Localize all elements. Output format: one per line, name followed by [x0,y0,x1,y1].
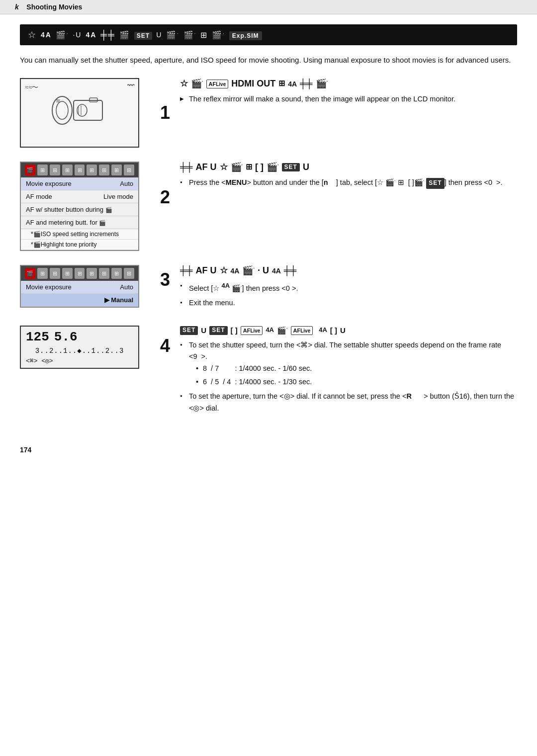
header-k-label: k [15,3,19,11]
icon-strip-grid: ⊞ [200,30,208,40]
step-3-bullet-2: Exit the menu. [180,297,517,309]
step4-bracket: [ ] [231,326,238,336]
svg-rect-3 [74,100,102,120]
step4-sub-2: 6 / 5 / 4 : 1/4000 sec. - 1/30 sec. [189,376,517,388]
menu-label-exposure: Movie exposure [26,180,72,187]
step2-star: ☆ [220,162,228,173]
step-1-bullet-1: The reflex mirror will make a sound, the… [180,93,517,105]
step-2-number: 2 [160,187,170,208]
step3-hash: ╪╪ [180,265,193,276]
page-number: 174 [20,446,517,454]
step4-cam: 🎬· [277,326,288,336]
menu-value-exposure: Auto [120,180,133,187]
step4-sub-1: 8 / 7 : 1/4000 sec. - 1/60 sec. [189,363,517,375]
menu-row-manual: ▶ Manual [21,294,138,307]
menu-icon-4: ⊞ [62,165,73,175]
viewfinder-wave: 〰 [127,82,134,89]
viewfinder-image: ≈≈〜 ≋ [20,78,139,148]
step4-aflive2: AFLive [291,326,313,335]
step-4-number: 4 [160,336,170,356]
menu-row-movie-exposure: Movie exposure Auto [21,177,138,190]
menu-label-af: AF mode [26,193,52,200]
step1-cam2: 🎬· [316,78,328,89]
icon-strip-4a: 4A [41,31,52,39]
step-2-right: ╪╪ AF U ☆ 🎬· ⊞ [ ] 🎬· SET U Press the <M… [167,162,517,191]
step-1-row: ≈≈〜 ≋ [20,78,517,148]
step3-4a: 4A [231,266,240,275]
step3-select-label: Select [189,284,209,292]
step-3-row: 🎬 ⊞ ⊞ ⊞ ⊞ ⊞ ⊞ ⊞ ⊞ Movie exposure Auto [20,265,517,312]
svg-text:≋: ≋ [56,97,61,104]
step1-4a: 4A [288,80,297,88]
icon-strip-dot-u: ·U [73,31,82,39]
step-4-right: SET U SET [ ] AFLive 4A 🎬· AFLive 4A [ ]… [167,326,517,417]
step2-u: U [303,162,309,173]
menu-header-icon-active: 🎬 [25,165,35,175]
step3-cam: 🎬· [242,265,255,276]
step-3-right: ╪╪ AF U ☆ 4A 🎬· · U 4A ╪╪ Select [☆ 4A 🎬… [167,265,517,312]
step-2-body: Press the <MENU> button and under the [n… [180,177,517,189]
step-4-bullet-2: To set the aperture, turn the <◎> dial. … [180,391,517,415]
step2-cam: 🎬· [231,162,243,173]
step2-cam2: 🎬· [267,162,279,173]
step-3-heading: ╪╪ AF U ☆ 4A 🎬· · U 4A ╪╪ [180,265,517,276]
step3-4a-2: 4A [272,266,281,275]
icon-strip-cam3: 🎬· [166,30,179,40]
icon-strip-star: ☆ [28,29,37,40]
step2-set: SET [282,163,300,172]
icon-strip-set-badge: SET [134,30,152,40]
exposure-dial: <⌘> <◎> [26,357,133,365]
icon-strip-expsim: Exp.SIM [229,30,262,40]
menu-row-movie-exposure-2: Movie exposure Auto [21,281,138,294]
icon-strip-cam2: 🎬 [119,30,130,40]
menu-icon-9: ⊞ [124,165,134,175]
menu-label-af-shutter: AF w/ shutter button during 🎬 [26,206,112,213]
step-3-bullet-1: Select [☆ 4A 🎬·] then press <0 >. [180,280,517,295]
step-2-heading: ╪╪ AF U ☆ 🎬· ⊞ [ ] 🎬· SET U [180,162,517,173]
step-3-left: 🎬 ⊞ ⊞ ⊞ ⊞ ⊞ ⊞ ⊞ ⊞ Movie exposure Auto [20,265,159,308]
step4-u1: U [201,326,206,336]
step-4-left: 125 5.6 3..2..1..◆..1..2..3 <⌘> <◎> 4 [20,326,159,369]
menu-icon-7: ⊞ [99,165,109,175]
step-3-body: Select [☆ 4A 🎬·] then press <0 >. Exit t… [180,280,517,309]
step-3-number: 3 [160,269,170,290]
intro-text: You can manually set the shutter speed, … [20,54,517,66]
menu-icon-3: ⊞ [50,165,60,175]
step-4-body: To set the shutter speed, turn the <⌘> d… [180,339,517,415]
menu-h2-icon-2: ⊞ [37,268,48,279]
step2-grid: ⊞ [246,162,252,172]
step4-bracket2: [ ] [330,326,337,336]
step1-star: ☆ [180,78,188,89]
step2-bracket: [ ] [255,162,264,173]
menu-h2-icon-5: ⊞ [75,268,85,279]
menu2-label-exposure: Movie exposure [26,283,72,291]
step2-af: AF U [196,162,217,173]
step-2-left: 🎬 ⊞ ⊞ ⊞ ⊞ ⊞ ⊞ ⊞ ⊞ Movie exposure Auto [20,162,159,251]
step-2-row: 🎬 ⊞ ⊞ ⊞ ⊞ ⊞ ⊞ ⊞ ⊞ Movie exposure Auto [20,162,517,251]
menu-box-2: 🎬 ⊞ ⊞ ⊞ ⊞ ⊞ ⊞ ⊞ ⊞ Movie exposure Auto [20,265,139,308]
menu-icon-8: ⊞ [111,165,122,175]
svg-point-0 [52,96,72,124]
menu-label-iso: *🎬ISO speed setting increments [31,231,119,238]
icon-strip-4a-2: 4A [86,31,96,39]
menu-header-2: 🎬 ⊞ ⊞ ⊞ ⊞ ⊞ ⊞ ⊞ ⊞ [21,266,138,281]
menu-label-highlight: *🎬Highlight tone priority [31,241,96,248]
menu-icon-5: ⊞ [75,165,85,175]
exposure-aperture: 5.6 [54,330,78,344]
step-4-heading: SET U SET [ ] AFLive 4A 🎬· AFLive 4A [ ]… [180,326,517,336]
step3-dot-u: · U [258,265,269,276]
menu-header-2-icon-active: 🎬 [25,268,35,279]
menu-h2-icon-3: ⊞ [50,268,60,279]
menu-h2-icon-4: ⊞ [62,268,73,279]
menu-h2-icon-8: ⊞ [111,268,122,279]
step-1-number: 1 [160,102,170,123]
step3-af-u: AF U [196,265,217,276]
menu2-value-exposure: Auto [120,283,133,291]
menu-value-af: Live mode [103,193,133,200]
icon-strip-cam4: 🎬· [183,30,197,40]
icon-strip-cam1: 🎬· [56,30,69,40]
viewfinder-camera-symbol: ≋ [50,88,109,138]
step4-u2: U [340,326,346,336]
step-1-right: ☆ 🎬· AFLive HDMI OUT ⊞ 4A ╪╪ 🎬· The refl… [167,78,517,108]
step-4-row: 125 5.6 3..2..1..◆..1..2..3 <⌘> <◎> 4 SE… [20,326,517,417]
